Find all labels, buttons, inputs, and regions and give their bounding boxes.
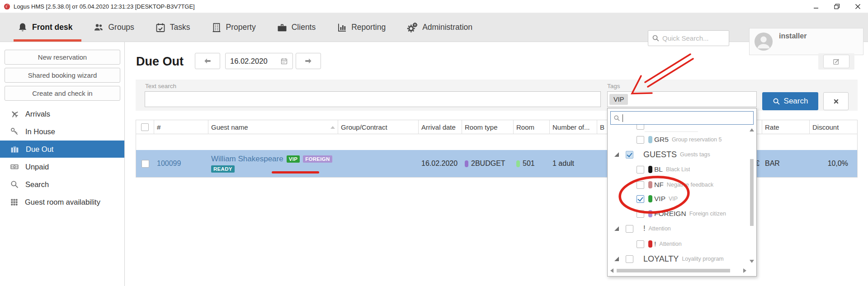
sidebar-item-arrivals[interactable]: Arrivals xyxy=(0,105,124,122)
tag-option-foreign[interactable]: FOREIGN Foreign citizen xyxy=(608,207,745,220)
nav-label: Clients xyxy=(292,23,316,32)
suitcase-icon xyxy=(10,145,19,154)
edit-button[interactable] xyxy=(823,55,849,68)
tags-field[interactable]: VIP xyxy=(607,91,757,107)
tag-code: VIP xyxy=(654,195,665,203)
main-nav: Front desk Groups Tasks Property Clients… xyxy=(0,13,868,42)
nav-label: Reporting xyxy=(351,23,386,32)
nav-clients[interactable]: Clients xyxy=(277,13,316,42)
checkbox[interactable] xyxy=(626,151,633,159)
nav-tasks[interactable]: Tasks xyxy=(155,13,190,42)
expand-triangle-icon[interactable] xyxy=(614,257,619,261)
tag-description: Negative feedback xyxy=(667,182,714,188)
checkbox[interactable] xyxy=(637,136,644,144)
guest-cell: William Shakespeare VIP FOREIGN READY xyxy=(208,150,338,177)
sidebar-item-guest-room-availability[interactable]: Guest room availability xyxy=(0,193,124,211)
text-search-input[interactable] xyxy=(147,96,599,103)
sidebar-item-unpaid[interactable]: Unpaid xyxy=(0,158,124,175)
prev-day-button[interactable] xyxy=(195,53,220,69)
tag-option-vip[interactable]: VIP VIP xyxy=(608,192,745,206)
tag-option-bl[interactable]: BL Black List xyxy=(608,163,745,176)
text-search-label: Text search xyxy=(145,83,176,89)
new-reservation-button[interactable]: New reservation xyxy=(5,50,120,65)
col-number[interactable]: # xyxy=(154,120,208,134)
nav-property[interactable]: Property xyxy=(211,13,256,42)
col-room[interactable]: Room xyxy=(514,120,550,134)
quick-search-box[interactable] xyxy=(648,30,729,46)
scroll-down-icon[interactable] xyxy=(750,260,754,263)
row-checkbox[interactable] xyxy=(142,160,149,168)
sidebar-item-due-out[interactable]: Due Out xyxy=(0,141,124,158)
tag-option-attention[interactable]: ! Attention xyxy=(608,237,745,251)
scrollbar-thumb[interactable] xyxy=(617,269,730,272)
text-search-field[interactable] xyxy=(145,91,601,107)
scroll-right-icon[interactable] xyxy=(743,268,746,273)
checkbox[interactable] xyxy=(637,195,644,203)
active-tab-indicator xyxy=(14,39,81,42)
building-icon xyxy=(211,22,222,33)
next-day-button[interactable] xyxy=(296,53,321,69)
list-separator xyxy=(645,131,698,132)
close-button[interactable] xyxy=(847,0,868,13)
nav-administration[interactable]: Administration xyxy=(406,13,472,42)
sidebar-item-label: Due Out xyxy=(26,145,53,154)
checkbox[interactable] xyxy=(626,225,633,233)
col-number-of[interactable]: Number of... xyxy=(550,120,597,134)
shared-booking-wizard-button[interactable]: Shared booking wizard xyxy=(5,68,120,83)
user-panel[interactable]: installer xyxy=(749,28,863,55)
scroll-left-icon[interactable] xyxy=(610,268,613,273)
col-arrival-date[interactable]: Arrival date xyxy=(419,120,462,134)
window-titlebar: Logus HMS [2.5.38.0] от 05.04.2020 12:31… xyxy=(0,0,868,13)
checkbox[interactable] xyxy=(637,181,644,189)
search-icon xyxy=(773,98,780,105)
checkbox[interactable] xyxy=(626,255,633,263)
nav-label: Groups xyxy=(108,23,134,32)
scroll-up-icon[interactable] xyxy=(750,128,754,131)
nav-front-desk[interactable]: Front desk xyxy=(17,13,72,42)
expand-triangle-icon[interactable] xyxy=(614,226,619,231)
col-guest-name[interactable]: Guest name xyxy=(208,120,338,134)
tag-group-loyalty[interactable]: LOYALTY Loyality program xyxy=(608,252,745,266)
nav-label: Front desk xyxy=(32,23,72,32)
nav-groups[interactable]: Groups xyxy=(93,13,134,42)
guest-name-link[interactable]: William Shakespeare xyxy=(211,155,283,164)
scrollbar-thumb[interactable] xyxy=(750,159,754,226)
horizontal-scrollbar[interactable] xyxy=(610,268,746,273)
checkbox[interactable] xyxy=(637,240,644,248)
quick-search-input[interactable] xyxy=(662,34,725,42)
tag-code: NF xyxy=(654,181,664,189)
tags-dropdown-search-input[interactable] xyxy=(625,114,750,122)
clear-filter-button[interactable] xyxy=(823,92,849,110)
checkbox[interactable] xyxy=(637,166,644,173)
col-discount[interactable]: Discount xyxy=(810,120,857,134)
reservation-number-link[interactable]: 100099 xyxy=(157,159,181,168)
calendar-icon xyxy=(280,57,288,65)
vertical-scrollbar[interactable] xyxy=(750,128,754,263)
col-rate[interactable]: Rate xyxy=(762,120,810,134)
bar-chart-icon xyxy=(336,22,347,33)
col-room-type[interactable]: Room type xyxy=(462,120,514,134)
selected-tag-chip[interactable]: VIP xyxy=(609,94,628,105)
sort-asc-icon xyxy=(330,126,335,129)
tag-group-label: LOYALTY xyxy=(643,254,679,264)
search-button[interactable]: Search xyxy=(762,92,818,110)
expand-triangle-icon[interactable] xyxy=(614,152,619,157)
tag-group-attention[interactable]: ! Attention xyxy=(608,222,745,235)
nav-reporting[interactable]: Reporting xyxy=(336,13,386,42)
create-and-check-in-button[interactable]: Create and check in xyxy=(5,86,120,101)
select-all-checkbox[interactable] xyxy=(141,123,149,131)
sidebar-item-search[interactable]: Search xyxy=(0,176,124,193)
edit-toolbar xyxy=(818,53,854,70)
room-type-cell: 2BUDGET xyxy=(462,150,514,177)
tag-group-guests[interactable]: GUESTS Guests tags xyxy=(608,148,745,161)
tag-option-gr5[interactable]: GR5 Group reservation 5 xyxy=(608,133,745,146)
checkbox[interactable] xyxy=(637,210,644,218)
restore-button[interactable] xyxy=(826,0,847,13)
minimize-button[interactable] xyxy=(806,0,826,13)
tags-dropdown-search-box[interactable] xyxy=(610,111,754,125)
sidebar-item-label: Arrivals xyxy=(25,110,50,118)
col-group-contract[interactable]: Group/Contract xyxy=(338,120,419,134)
date-picker[interactable]: 16.02.2020 xyxy=(225,53,293,69)
sidebar-item-in-house[interactable]: In House xyxy=(0,123,124,140)
tag-option-nf[interactable]: NF Negative feedback xyxy=(608,178,745,192)
